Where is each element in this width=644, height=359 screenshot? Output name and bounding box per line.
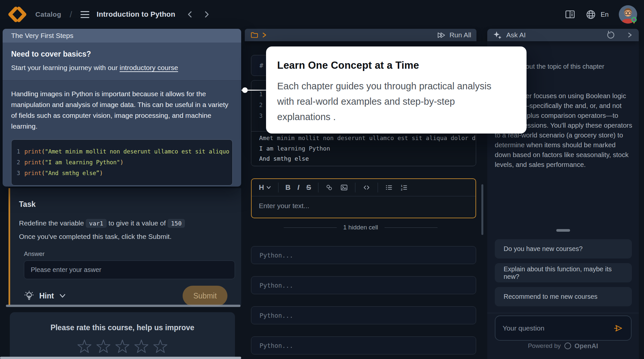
ask-ai-footer: Your question Powered by OpenAI xyxy=(487,313,639,359)
drag-handle[interactable] xyxy=(556,229,570,232)
strikethrough-button[interactable]: S xyxy=(306,183,311,192)
question-input[interactable]: Your question xyxy=(495,315,632,341)
lesson-body: Handling images in Python is important b… xyxy=(3,81,241,186)
basics-callout: Need to cover basics? Start your learnin… xyxy=(3,43,241,81)
submit-button[interactable]: Submit xyxy=(183,286,227,306)
tooltip-title: Learn One Concept at a Time xyxy=(277,60,515,71)
expand-chevron-icon[interactable] xyxy=(261,31,267,39)
code-line: 1print("Amet minim mollit non deserunt u… xyxy=(17,146,227,157)
code-icon[interactable] xyxy=(362,184,371,191)
suggestion-chip[interactable]: Explain about this function, maybe its n… xyxy=(495,263,632,282)
task-section: Task Redefine the variable var1 to give … xyxy=(9,188,241,305)
code-line: 2print("I am learning Python") xyxy=(17,157,227,168)
toolbar-divider xyxy=(318,183,318,192)
python-cell[interactable]: Python... xyxy=(251,336,476,354)
suggestion-chip[interactable]: Do you have new courses? xyxy=(495,239,632,259)
line-number: 1 xyxy=(17,148,20,155)
line-number: 1 xyxy=(259,91,262,98)
output-line: And smthg else xyxy=(259,153,468,164)
keyword-token: print xyxy=(24,148,41,155)
variable-chip: var1 xyxy=(86,219,106,228)
heading-dropdown[interactable]: H xyxy=(259,183,271,192)
keyword-token: print xyxy=(24,159,41,166)
python-cell[interactable]: Python... xyxy=(251,246,476,264)
hidden-cell-divider[interactable]: 1 hidden cell xyxy=(245,224,476,231)
svg-text:2: 2 xyxy=(401,188,402,191)
basics-heading: Need to cover basics? xyxy=(11,50,233,59)
image-icon[interactable] xyxy=(340,184,348,191)
breadcrumb-catalog[interactable]: Catalog xyxy=(35,10,61,18)
answer-label: Answer xyxy=(19,250,228,258)
introductory-course-link[interactable]: introductory course xyxy=(120,64,178,71)
star-3[interactable] xyxy=(115,339,130,354)
globe-language-icon[interactable] xyxy=(585,9,596,20)
folder-icon[interactable] xyxy=(250,31,259,40)
first-steps-title: The Very First Steps xyxy=(11,32,73,40)
python-cell[interactable]: Python... xyxy=(251,276,476,294)
notebook-toolbar: Run All xyxy=(245,29,476,41)
link-icon[interactable] xyxy=(325,184,333,191)
chevron-down-icon xyxy=(59,293,66,298)
divider-line xyxy=(284,227,337,228)
send-icon[interactable] xyxy=(613,323,624,333)
rich-text-editor: H B I S xyxy=(251,178,476,218)
chapters-menu-icon[interactable] xyxy=(80,11,89,18)
star-rating xyxy=(10,339,235,354)
line-number: 2 xyxy=(259,102,262,108)
user-avatar[interactable] xyxy=(618,5,637,24)
output-line: Amet minim mollit non deserunt ullamco e… xyxy=(259,133,468,143)
hint-toggle[interactable]: Hint xyxy=(24,290,66,301)
summary-line: levels, and sales performance. xyxy=(495,160,632,170)
star-4[interactable] xyxy=(134,339,149,354)
tooltip-connector-dot xyxy=(242,87,248,93)
reset-chat-icon[interactable] xyxy=(606,30,615,40)
ask-ai-title: Ask AI xyxy=(506,31,526,39)
markdown-hash: # xyxy=(259,62,263,69)
task-title: Task xyxy=(19,200,228,209)
ask-ai-header: Ask AI xyxy=(487,29,639,41)
collapse-panel-icon[interactable] xyxy=(627,31,633,39)
paren-token: ) xyxy=(99,170,103,176)
run-all-button[interactable]: Run All xyxy=(437,31,471,40)
bold-button[interactable]: B xyxy=(285,183,291,192)
powered-prefix: Powered by xyxy=(528,342,561,350)
powered-by: Powered by OpenAI xyxy=(487,342,639,350)
star-2[interactable] xyxy=(96,339,111,354)
line-number: 2 xyxy=(17,159,20,166)
italic-button[interactable]: I xyxy=(297,183,299,192)
vertical-scrollbar[interactable] xyxy=(481,184,483,235)
run-all-icon xyxy=(437,31,446,40)
page-horizontal-scrollbar[interactable] xyxy=(0,357,241,359)
bullet-list-icon[interactable] xyxy=(385,184,393,191)
next-chapter-icon[interactable] xyxy=(203,10,210,18)
hint-label: Hint xyxy=(39,292,54,300)
toolbar-divider xyxy=(278,183,278,192)
glossary-book-icon[interactable] xyxy=(564,9,576,19)
star-5[interactable] xyxy=(152,339,168,354)
editor-input[interactable]: Enter your text... xyxy=(252,196,475,215)
numbered-list-icon[interactable]: 1 2 xyxy=(400,184,408,191)
suggestion-chip[interactable]: Recommend to me new courses xyxy=(495,287,632,306)
task-description: Redefine the variable var1 to give it a … xyxy=(19,217,228,243)
output-line: I am learning Python xyxy=(259,143,468,154)
run-all-label: Run All xyxy=(449,31,471,39)
python-cell-list: Python...Python...Python...Python... xyxy=(251,246,476,359)
hidden-cell-label: 1 hidden cell xyxy=(343,224,378,231)
string-token: "I am learning Python" xyxy=(45,159,120,166)
language-label[interactable]: En xyxy=(601,11,609,18)
task-text-part: Redefine the variable xyxy=(19,219,86,227)
string-token: "Amet minim mollit non deserunt ullamco … xyxy=(45,148,229,155)
star-1[interactable] xyxy=(77,339,92,354)
brand-logo-icon[interactable] xyxy=(7,6,27,23)
openai-logo-icon xyxy=(564,342,572,350)
horizontal-scrollbar[interactable] xyxy=(6,305,241,307)
first-steps-header: The Very First Steps xyxy=(3,29,241,43)
prev-chapter-icon[interactable] xyxy=(187,10,194,18)
first-steps-panel: The Very First Steps Need to cover basic… xyxy=(3,29,241,187)
answer-input[interactable]: Please enter your aswer xyxy=(24,260,235,279)
python-cell[interactable]: Python... xyxy=(251,306,476,324)
lesson-paragraph: Handling images in Python is important b… xyxy=(11,88,233,132)
basics-text: Start your learning journey with our xyxy=(11,64,120,71)
task-instruction: Once you've completed this task, click t… xyxy=(19,233,171,240)
lesson-column: The Very First Steps Need to cover basic… xyxy=(3,29,241,359)
